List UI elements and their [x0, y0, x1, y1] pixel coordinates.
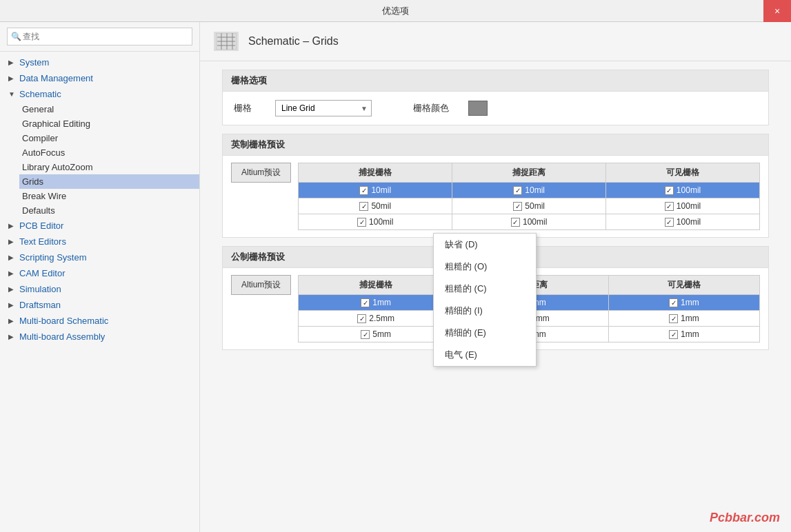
sidebar-sub-label: Grids [22, 176, 43, 187]
sidebar-item-label: System [19, 57, 49, 68]
arrow-icon: ▶ [8, 254, 17, 261]
sidebar-item-scripting-system[interactable]: ▶ Scripting System [0, 249, 199, 265]
dropdown-item-fine-e[interactable]: 精细的 (E) [434, 322, 536, 344]
nav-tree: ▶ System ▶ Data Management ▼ Schematic G… [0, 52, 199, 347]
vis-checkbox[interactable]: ✓ [669, 314, 678, 323]
table-cell: ✓ 50mil [452, 198, 606, 214]
arrow-icon: ▼ [8, 90, 17, 98]
table-cell: ✓ 100mil [606, 198, 760, 214]
cell-value: 10mil [525, 185, 545, 195]
imperial-col-dist: 捕捉距离 [452, 163, 606, 183]
vis-checkbox[interactable]: ✓ [665, 218, 674, 227]
sidebar-item-data-management[interactable]: ▶ Data Management [0, 70, 199, 86]
sidebar-item-cam-editor[interactable]: ▶ CAM Editor [0, 265, 199, 281]
close-button[interactable]: × [763, 0, 791, 22]
window-title: 优选项 [382, 5, 409, 17]
checkbox-cell: ✓ 1mm [614, 314, 754, 323]
table-cell: ✓ 10mil [299, 183, 452, 198]
sidebar-item-multi-board-schematic[interactable]: ▶ Multi-board Schematic [0, 313, 199, 329]
grid-options-section: 栅格选项 栅格 Line Grid Dot Grid ▼ 栅格颜色 [211, 70, 780, 125]
sidebar-item-schematic[interactable]: ▼ Schematic [0, 86, 199, 102]
dropdown-item-electrical[interactable]: 电气 (E) [434, 344, 536, 366]
sidebar-item-compiler[interactable]: Compiler [19, 131, 199, 145]
cell-value: 1mm [372, 298, 391, 307]
imperial-preset-button[interactable]: Altium预设 [231, 163, 291, 183]
page-icon [214, 32, 239, 51]
vis-checkbox[interactable]: ✓ [669, 298, 678, 307]
table-cell: ✓ 1mm [608, 311, 759, 327]
dist-checkbox[interactable]: ✓ [513, 202, 522, 211]
snap-checkbox[interactable]: ✓ [361, 330, 370, 339]
sidebar-sub-label: Defaults [22, 205, 55, 216]
sidebar-item-pcb-editor[interactable]: ▶ PCB Editor [0, 218, 199, 234]
snap-checkbox[interactable]: ✓ [359, 202, 368, 211]
snap-checkbox[interactable]: ✓ [359, 186, 368, 195]
table-cell: ✓ 100mil [606, 183, 760, 198]
grid-label: 栅格 [234, 102, 261, 114]
table-cell: ✓ 50mil [299, 198, 452, 214]
snap-checkbox[interactable]: ✓ [357, 314, 366, 323]
snap-checkbox[interactable]: ✓ [361, 298, 370, 307]
checkbox-cell: ✓ 1mm [304, 298, 448, 307]
metric-preset-button[interactable]: Altium预设 [231, 275, 291, 295]
sidebar-item-defaults[interactable]: Defaults [19, 203, 199, 218]
sidebar-sub-label: General [22, 104, 54, 114]
table-row: ✓ 10mil ✓ 10mil [299, 183, 760, 198]
search-input[interactable] [7, 28, 192, 45]
dropdown-item-default[interactable]: 缺省 (D) [434, 234, 536, 256]
sidebar-item-label: Multi-board Assembly [19, 331, 105, 342]
title-bar: 优选项 × [0, 0, 791, 22]
grid-type-select[interactable]: Line Grid Dot Grid [275, 100, 372, 116]
watermark: Pcbbar.com [710, 511, 780, 525]
sidebar-item-autofocus[interactable]: AutoFocus [19, 145, 199, 160]
imperial-table-area: Altium预设 捕捉栅格 捕捉距离 可见栅格 [231, 163, 760, 230]
arrow-icon: ▶ [8, 333, 17, 340]
sidebar-item-multi-board-assembly[interactable]: ▶ Multi-board Assembly [0, 329, 199, 345]
table-cell: ✓ 5mm [299, 327, 454, 342]
dist-checkbox[interactable]: ✓ [513, 186, 522, 195]
vis-checkbox[interactable]: ✓ [665, 186, 674, 195]
dist-checkbox[interactable]: ✓ [511, 218, 520, 227]
imperial-col-snap: 捕捉栅格 [299, 163, 452, 183]
arrow-icon: ▶ [8, 269, 17, 277]
sidebar-item-grids[interactable]: Grids [19, 174, 199, 189]
vis-checkbox[interactable]: ✓ [669, 330, 678, 339]
main-layout: 🔍 ▶ System ▶ Data Management ▼ Schematic… [0, 22, 791, 532]
checkbox-cell: ✓ 50mil [304, 201, 446, 211]
sidebar-item-library-autozoom[interactable]: Library AutoZoom [19, 160, 199, 174]
sidebar-item-draftsman[interactable]: ▶ Draftsman [0, 297, 199, 313]
sidebar-sub-label: Library AutoZoom [22, 162, 93, 172]
snap-checkbox[interactable]: ✓ [357, 218, 366, 227]
vis-checkbox[interactable]: ✓ [665, 202, 674, 211]
dropdown-item-fine-i[interactable]: 精细的 (I) [434, 300, 536, 322]
sidebar-item-label: CAM Editor [19, 268, 65, 278]
preset-dropdown-menu: 缺省 (D) 粗糙的 (O) 粗糙的 (C) 精细的 (I) 精细的 (E) 电… [433, 233, 537, 367]
sidebar-item-system[interactable]: ▶ System [0, 54, 199, 70]
dropdown-item-coarse-c[interactable]: 粗糙的 (C) [434, 278, 536, 300]
sidebar-sub-label: AutoFocus [22, 147, 65, 158]
sidebar-item-simulation[interactable]: ▶ Simulation [0, 281, 199, 297]
sidebar: 🔍 ▶ System ▶ Data Management ▼ Schematic… [0, 22, 200, 532]
table-cell: ✓ 100mil [299, 214, 452, 230]
dropdown-item-coarse-o[interactable]: 粗糙的 (O) [434, 256, 536, 278]
cell-value: 100mil [523, 217, 547, 227]
sidebar-item-graphical-editing[interactable]: Graphical Editing [19, 116, 199, 131]
table-cell: ✓ 10mil [452, 183, 606, 198]
sidebar-item-text-editors[interactable]: ▶ Text Editors [0, 234, 199, 249]
imperial-box: 英制栅格预设 Altium预设 捕捉栅格 捕捉距离 [222, 134, 769, 238]
sidebar-item-label: Multi-board Schematic [19, 316, 108, 326]
sidebar-item-label: PCB Editor [19, 221, 63, 231]
table-cell: ✓ 1mm [299, 295, 454, 311]
sidebar-item-label: Data Management [19, 73, 93, 83]
sidebar-item-general[interactable]: General [19, 102, 199, 116]
sidebar-item-break-wire[interactable]: Break Wire [19, 189, 199, 203]
cell-value: 100mil [677, 201, 701, 211]
content-area: Schematic – Grids 栅格选项 栅格 Line Grid Dot … [200, 22, 791, 532]
cell-value: 1mm [681, 298, 699, 307]
sidebar-sub-label: Graphical Editing [22, 119, 90, 129]
grid-options-body: 栅格 Line Grid Dot Grid ▼ 栅格颜色 [223, 92, 768, 125]
imperial-body: Altium预设 捕捉栅格 捕捉距离 可见栅格 [223, 156, 768, 237]
color-picker[interactable] [468, 101, 488, 116]
checkbox-cell: ✓ 100mil [612, 217, 754, 227]
table-cell: ✓ 1mm [608, 295, 759, 311]
